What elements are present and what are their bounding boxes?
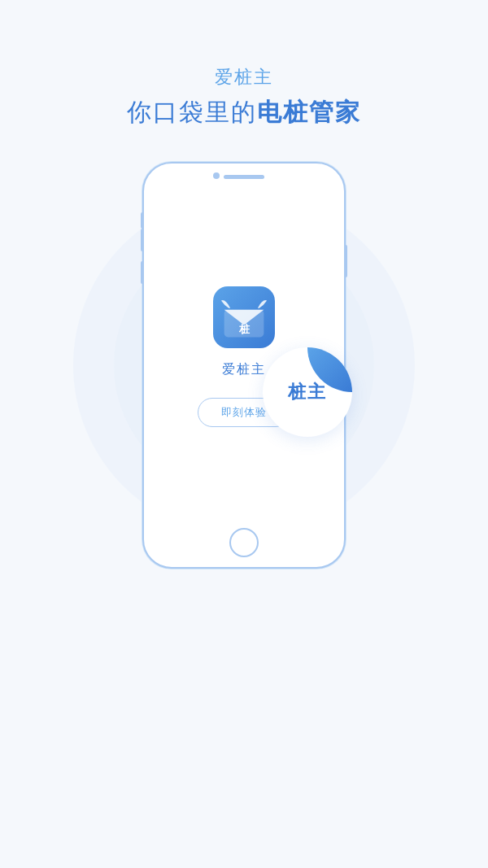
app-icon-inner: 桩 <box>220 296 268 338</box>
phone-power-button <box>345 245 347 277</box>
phone-speaker <box>224 175 264 179</box>
phone-home-button <box>229 528 259 557</box>
phone-volume-down-button <box>141 261 143 284</box>
app-icon-svg: 桩 <box>220 293 268 342</box>
tooltip-text: 桩主 <box>288 380 327 404</box>
phone-volume-up-button <box>141 229 143 251</box>
app-subtitle: 爱桩主 <box>0 65 488 89</box>
header-section: 爱桩主 你口袋里的电桩管家 <box>0 0 488 129</box>
svg-text:桩: 桩 <box>238 322 251 334</box>
app-tagline: 你口袋里的电桩管家 <box>0 96 488 129</box>
app-icon: 桩 <box>213 286 275 348</box>
phone-mute-button <box>141 212 143 229</box>
tooltip-bubble: 桩主 <box>263 347 352 437</box>
tagline-prefix: 你口袋里的 <box>127 98 257 125</box>
phone-scene: 桩 爱桩主 即刻体验 桩主 <box>0 162 488 569</box>
tagline-bold: 电桩管家 <box>257 98 361 125</box>
app-name-label: 爱桩主 <box>222 361 266 378</box>
phone-camera <box>213 172 220 179</box>
phone-frame: 桩 爱桩主 即刻体验 桩主 <box>142 162 346 569</box>
